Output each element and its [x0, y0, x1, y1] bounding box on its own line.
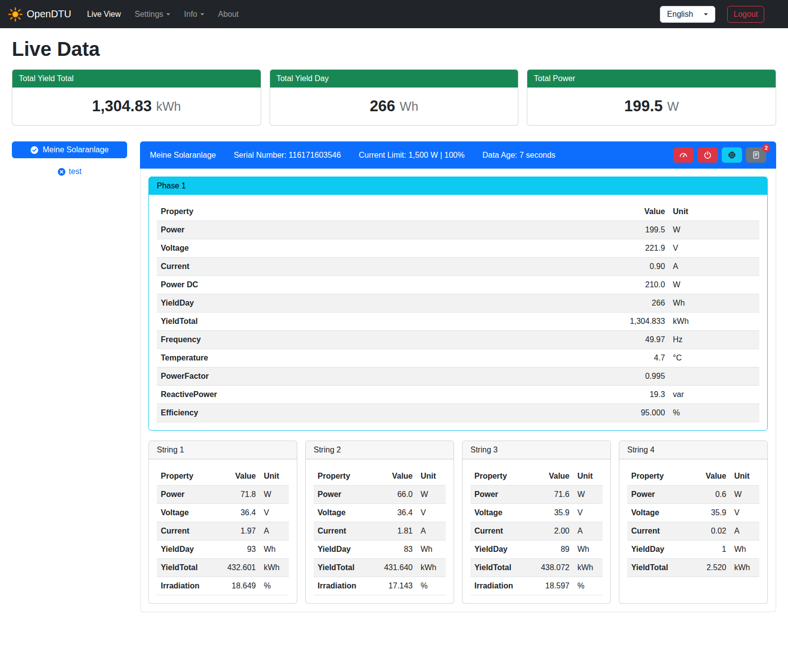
row-value: 17.143: [377, 577, 417, 595]
summary-card-unit: kWh: [156, 99, 181, 114]
nav-right: English Logout: [660, 6, 780, 23]
nav-item-settings[interactable]: Settings: [129, 6, 176, 23]
row-unit: Wh: [730, 540, 759, 559]
table-row: Power DC 210.0 W: [157, 276, 759, 294]
table-row: YieldTotal 431.640 kWh: [314, 559, 446, 577]
table-row: Temperature 4.7 °C: [157, 349, 759, 367]
limit-settings-button[interactable]: [673, 147, 694, 163]
table-row: Voltage 36.4 V: [157, 504, 289, 522]
table-row: YieldDay 266 Wh: [157, 294, 759, 313]
row-unit: A: [730, 522, 759, 540]
row-unit: W: [573, 486, 603, 504]
row-unit: var: [669, 386, 759, 404]
row-unit: V: [417, 504, 446, 522]
x-circle-icon: [57, 168, 66, 176]
table-row: YieldDay 83 Wh: [314, 540, 446, 559]
summary-card-value: 266: [370, 97, 395, 115]
sidebar-item-test-label: test: [69, 167, 82, 176]
string-card-3: String 3 Property Value Unit: [462, 441, 611, 604]
row-unit: Hz: [669, 331, 759, 349]
row-property: Temperature: [157, 349, 591, 367]
nav-links: Live View Settings Info About: [81, 6, 245, 23]
table-row: ReactivePower 19.3 var: [157, 386, 759, 404]
device-info-button[interactable]: [722, 147, 742, 163]
row-unit: kWh: [417, 559, 446, 577]
row-value: 4.7: [591, 349, 669, 367]
row-property: YieldDay: [627, 540, 691, 559]
sidebar-item-test[interactable]: test: [12, 167, 127, 176]
phase-card: Phase 1 Property Value Unit: [148, 177, 768, 431]
row-value: 0.995: [591, 367, 669, 386]
gauge-icon: [679, 151, 688, 159]
row-property: Power: [470, 486, 534, 504]
row-value: 266: [591, 294, 669, 313]
power-button[interactable]: [697, 147, 718, 163]
row-property: YieldDay: [314, 540, 377, 559]
row-value: 93: [220, 540, 260, 559]
column-header-unit: Unit: [417, 467, 446, 486]
logout-button[interactable]: Logout: [727, 6, 764, 23]
row-unit: V: [260, 504, 289, 522]
nav-item-live-view[interactable]: Live View: [81, 6, 127, 23]
row-unit: W: [730, 486, 759, 504]
sidebar-item-inverter[interactable]: Meine Solaranlage: [12, 141, 127, 158]
column-header-unit: Unit: [260, 467, 289, 486]
row-value: 432.601: [220, 559, 260, 577]
row-property: Power: [627, 486, 691, 504]
string-card-4: String 4 Property Value Unit: [619, 441, 768, 604]
table-row: Irradiation 17.143 %: [314, 577, 446, 595]
table-row: Power 66.0 W: [314, 486, 446, 504]
row-property: Voltage: [314, 504, 377, 522]
table-row: Voltage 35.9 V: [470, 504, 603, 522]
nav-item-about[interactable]: About: [212, 6, 245, 23]
phase-card-body: Property Value Unit Power: [149, 195, 767, 430]
summary-card-value: 1,304.83: [92, 97, 152, 115]
table-row: Voltage 35.9 V: [627, 504, 759, 522]
table-row: Current 0.02 A: [627, 522, 759, 540]
table-header-row: Property Value Unit: [157, 467, 289, 486]
table-header-row: Property Value Unit: [470, 467, 603, 486]
row-property: Voltage: [157, 239, 591, 258]
event-log-button[interactable]: 2: [746, 147, 766, 163]
row-unit: Wh: [417, 540, 446, 559]
row-property: Current: [157, 258, 591, 276]
row-property: Irradiation: [314, 577, 377, 595]
check-circle-icon: [30, 146, 39, 154]
row-property: YieldDay: [157, 540, 220, 559]
row-property: Current: [627, 522, 691, 540]
row-property: YieldDay: [470, 540, 534, 559]
chevron-down-icon: [166, 13, 170, 15]
row-unit: Wh: [669, 294, 759, 313]
row-unit: V: [730, 504, 759, 522]
nav-item-info[interactable]: Info: [178, 6, 210, 23]
phase-table: Property Value Unit Power: [157, 203, 759, 422]
string-card-title: String 4: [619, 441, 767, 459]
language-select-value: English: [667, 10, 693, 19]
table-row: Frequency 49.97 Hz: [157, 331, 759, 349]
table-row: YieldTotal 432.601 kWh: [157, 559, 289, 577]
brand[interactable]: OpenDTU: [8, 7, 71, 22]
table-row: Power 71.6 W: [470, 486, 603, 504]
column-header-property: Property: [157, 467, 220, 486]
row-value: 83: [377, 540, 417, 559]
row-value: 1.97: [220, 522, 260, 540]
row-value: 0.6: [691, 486, 730, 504]
row-unit: A: [260, 522, 289, 540]
row-property: YieldTotal: [627, 559, 691, 577]
sidebar: Meine Solaranlage test: [12, 141, 127, 176]
column-header-unit: Unit: [573, 467, 603, 486]
string-card-body: Property Value Unit Power: [306, 459, 454, 603]
row-value: 1.81: [377, 522, 417, 540]
table-header-row: Property Value Unit: [627, 467, 759, 486]
strings-row: String 1 Property Value Unit: [148, 441, 768, 604]
row-unit: A: [573, 522, 603, 540]
row-value: 36.4: [377, 504, 417, 522]
column-header-value: Value: [591, 203, 669, 221]
row-property: YieldTotal: [157, 559, 220, 577]
row-unit: W: [669, 276, 759, 294]
language-select[interactable]: English: [660, 6, 715, 23]
table-header-row: Property Value Unit: [314, 467, 446, 486]
row-value: 71.6: [534, 486, 573, 504]
row-unit: kWh: [730, 559, 759, 577]
table-row: Voltage 36.4 V: [314, 504, 446, 522]
